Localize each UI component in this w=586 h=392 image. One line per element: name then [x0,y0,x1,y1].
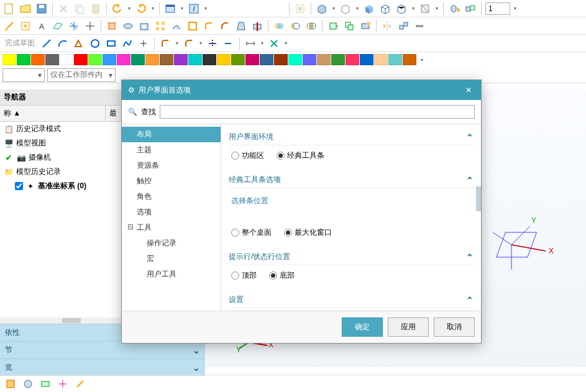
extrude-icon[interactable] [105,19,119,33]
section-details[interactable]: 节⌄ [0,341,205,358]
color-swatch-0[interactable] [2,54,16,65]
unite-icon[interactable] [272,19,286,33]
subtract-icon[interactable] [288,19,302,33]
bt-icon-2[interactable] [21,377,35,391]
text-icon[interactable]: A [35,19,48,33]
color-swatch-22[interactable] [317,54,331,65]
color-more-dropdown[interactable]: ▾ [419,53,424,66]
datum-axis-icon[interactable] [67,19,81,33]
color-swatch-28[interactable] [403,54,416,65]
dimension-dropdown[interactable]: ▾ [260,37,265,50]
intersect-icon[interactable] [304,19,318,33]
color-swatch-5[interactable] [74,54,88,65]
color-swatch-21[interactable] [303,54,316,65]
sketch-icon[interactable] [2,19,16,33]
undo-icon[interactable] [111,2,124,16]
color-swatch-14[interactable] [203,54,216,65]
bt-icon-5[interactable] [73,377,87,391]
revolve-icon[interactable] [121,19,135,33]
color-swatch-20[interactable] [288,54,302,65]
constraint-icon[interactable] [267,37,281,50]
tree-journal[interactable]: 操作记录 [122,235,221,251]
sec-classic-opts[interactable]: 经典工具条选项⌃ [229,172,474,188]
radio-ribbon[interactable]: 功能区 [231,150,264,161]
search-input[interactable] [160,105,475,119]
wireframe-icon[interactable] [339,2,352,16]
sec-settings[interactable]: 设置⌃ [229,292,474,308]
offset-face-icon[interactable] [342,19,356,33]
window-layout-icon[interactable] [163,2,177,16]
color-swatch-4[interactable] [60,54,73,65]
window-layout-dropdown[interactable]: ▾ [180,2,185,16]
draft-icon[interactable] [234,19,248,33]
color-swatch-19[interactable] [274,54,288,65]
filter-combo-2[interactable]: 仅在工作部件内▾ [47,68,116,82]
color-swatch-2[interactable] [31,54,45,65]
color-swatch-9[interactable] [131,54,145,65]
color-swatch-6[interactable] [88,54,102,65]
cube-dropdown[interactable]: ▾ [411,2,416,16]
tree-role[interactable]: 角色 [122,189,221,204]
layer-input[interactable] [485,2,510,15]
help-dropdown[interactable]: ▾ [203,2,208,16]
bt-icon-3[interactable] [39,377,52,391]
radio-full-desktop[interactable]: 整个桌面 [231,227,272,238]
color-swatch-27[interactable] [388,54,402,65]
trim-body-icon[interactable] [250,19,264,33]
rectangle-icon[interactable] [104,37,118,50]
tree-resource-bar[interactable]: 资源条 [122,158,221,173]
sec-ui-env[interactable]: 用户界面环境⌃ [229,129,474,145]
arc-icon[interactable] [56,37,70,50]
circle-icon[interactable] [88,37,102,50]
tree-options[interactable]: 选项 [122,204,221,220]
chamfer-sketch-icon[interactable] [182,37,196,50]
extend-icon[interactable] [222,37,236,50]
line-icon[interactable] [40,37,53,50]
tree-layout[interactable]: 布局 [122,127,221,142]
collapse-icon[interactable]: ⊟ [127,222,134,231]
color-swatch-26[interactable] [374,54,388,65]
save-icon[interactable] [35,2,48,16]
help-icon[interactable]: i [187,2,201,16]
color-swatch-3[interactable] [45,54,59,65]
color-swatch-24[interactable] [346,54,359,65]
sketch-task-icon[interactable] [19,19,32,33]
tree-user-tools[interactable]: 用户工具 [122,267,221,282]
redo-dropdown[interactable]: ▾ [150,2,155,16]
more-feature-icon[interactable] [413,19,426,33]
mirror-icon[interactable] [380,19,394,33]
pattern-icon[interactable] [153,19,167,33]
col-name[interactable]: 称 ▲ [0,106,106,121]
tree-theme[interactable]: 主题 [122,142,221,158]
h-scrollbar[interactable] [62,318,81,323]
close-icon[interactable]: ✕ [462,84,475,96]
sec-prompt-pos[interactable]: 提示行/状态行位置⌃ [229,249,474,265]
redo-icon[interactable] [134,2,148,16]
point-sketch-icon[interactable] [137,37,150,50]
content-scrollbar[interactable] [476,186,481,211]
profile-icon[interactable] [72,37,86,50]
scale-icon[interactable] [396,19,410,33]
tree-tools[interactable]: ⊟工具 [122,220,221,235]
link-select-bar-pos[interactable]: 选择条位置 [231,193,471,209]
fit-view-icon[interactable] [293,2,307,16]
tree-touch[interactable]: 触控 [122,173,221,189]
transform-icon[interactable] [447,2,461,16]
paste-icon[interactable] [89,2,103,16]
trim-icon[interactable] [206,37,219,50]
fillet-sketch-dropdown[interactable]: ▾ [175,37,180,50]
radio-top[interactable]: 顶部 [231,270,257,281]
radio-max-window[interactable]: 最大化窗口 [284,227,332,238]
cube-wire-icon[interactable] [378,2,392,16]
spline-icon[interactable] [121,37,134,50]
new-file-icon[interactable] [2,2,16,16]
color-swatch-10[interactable] [145,54,159,65]
point-icon[interactable] [83,19,97,33]
color-swatch-17[interactable] [245,54,259,65]
color-swatch-11[interactable] [160,54,173,65]
color-swatch-15[interactable] [217,54,231,65]
cut-icon[interactable] [57,2,70,16]
radio-bottom[interactable]: 底部 [269,270,295,281]
bt-icon-1[interactable] [4,377,17,391]
bt-icon-4[interactable] [56,377,70,391]
